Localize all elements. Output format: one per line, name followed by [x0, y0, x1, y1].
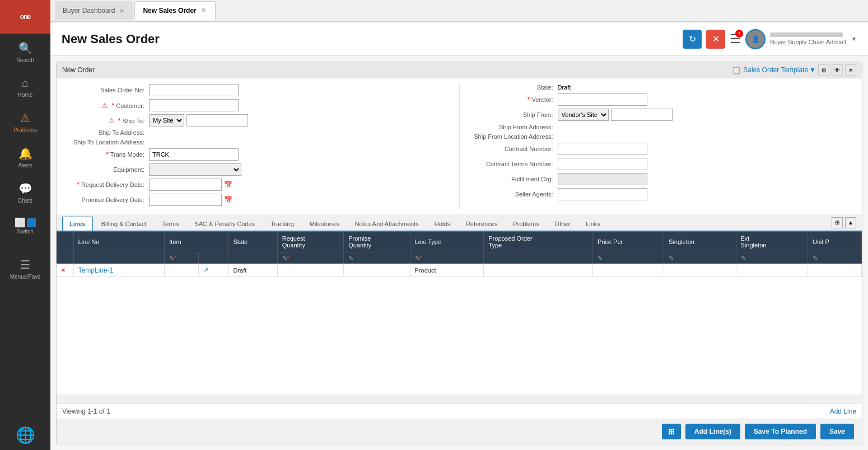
- customer-input[interactable]: [149, 99, 239, 111]
- ship-from-input[interactable]: [611, 109, 673, 121]
- save-button[interactable]: Save: [820, 424, 854, 439]
- field-row-ship-from: Ship From: Vendor's Site: [471, 109, 857, 121]
- col-header-actions: [57, 232, 73, 252]
- ship-to-input[interactable]: [186, 114, 248, 126]
- sidebar-label-search: Search: [16, 57, 34, 63]
- row-delete-cell[interactable]: ×: [57, 264, 73, 277]
- tab-collapse-btn[interactable]: ▲: [845, 217, 856, 228]
- user-avatar: 👤: [745, 29, 766, 49]
- sidebar-item-problems[interactable]: ⚠ Problems: [0, 104, 50, 139]
- tab-terms[interactable]: Terms: [155, 217, 186, 231]
- field-row-ship-from-location: Ship From Location Address:: [471, 133, 857, 140]
- top-header: New Sales Order ↻ ✕ ☰ 1 👤 Buyer Supply C…: [50, 22, 868, 56]
- vendor-input[interactable]: [558, 93, 647, 106]
- template-icon-btn1[interactable]: ⊞: [818, 64, 829, 76]
- tab-notes[interactable]: Notes And Attachments: [347, 217, 426, 231]
- sidebar-item-home[interactable]: ⌂ Home: [0, 69, 50, 104]
- ship-to-select[interactable]: My Site: [149, 114, 184, 126]
- sidebar-item-alerts[interactable]: 🔔 Alerts: [0, 139, 50, 174]
- fulfillment-org-input: [558, 173, 647, 185]
- row-price-per[interactable]: [592, 264, 664, 277]
- h-scrollbar-area[interactable]: [57, 395, 862, 404]
- order-tab-icons: ⊞ ▲: [832, 214, 856, 231]
- save-to-planned-button[interactable]: Save To Planned: [745, 424, 816, 439]
- grid-view-button[interactable]: ⊞: [662, 424, 681, 439]
- seller-agents-input[interactable]: [558, 188, 647, 200]
- grid-container: Line No Item State RequestQuantity Promi…: [57, 232, 862, 395]
- sidebar-label-problems: Problems: [13, 127, 37, 133]
- sidebar-item-switch[interactable]: ⬜ Switch: [0, 209, 50, 233]
- field-row-contract-number: Contract Number:: [471, 143, 857, 155]
- tab-holds[interactable]: Holds: [427, 217, 458, 231]
- request-delivery-input[interactable]: [149, 179, 222, 191]
- temp-line-link[interactable]: TempLine-1: [78, 266, 114, 274]
- request-delivery-calendar-btn[interactable]: 📅: [224, 181, 232, 189]
- row-ext-singleton[interactable]: [736, 264, 808, 277]
- tab-billing-contact[interactable]: Billing & Contact: [94, 217, 154, 231]
- app-logo[interactable]: one: [0, 0, 50, 34]
- template-icon-close[interactable]: ✕: [845, 64, 856, 76]
- field-row-equipment: Equipment:: [62, 163, 448, 176]
- ship-from-label: Ship From:: [471, 111, 558, 118]
- tab-expand-btn[interactable]: ⊞: [832, 217, 843, 228]
- tab-sac-penalty[interactable]: SAC & Penalty Codes: [187, 217, 262, 231]
- edit-cell-unit-p[interactable]: ✎: [808, 252, 861, 264]
- sidebar-item-menus[interactable]: ☰ Menus/Favs: [0, 250, 50, 285]
- field-row-ship-to-location: Ship To Location Address:: [62, 139, 448, 146]
- row-unit-p[interactable]: [808, 264, 861, 277]
- promise-delivery-calendar-btn[interactable]: 📅: [224, 196, 232, 204]
- tab-other[interactable]: Other: [548, 217, 578, 231]
- contract-number-input[interactable]: [558, 143, 647, 155]
- sidebar-item-chats[interactable]: 💬 Chats: [0, 174, 50, 209]
- promise-delivery-label: Promise Delivery Date:: [62, 196, 149, 203]
- tab-new-sales-order-close[interactable]: ✕: [200, 7, 207, 14]
- edit-cell-item[interactable]: ✎: [165, 252, 199, 264]
- sidebar-globe[interactable]: 🌐: [16, 426, 35, 444]
- edit-cell-line-type[interactable]: ✎: [410, 252, 484, 264]
- close-button[interactable]: ✕: [706, 30, 725, 49]
- tab-buyer-dashboard-close[interactable]: ✕: [118, 7, 125, 15]
- tab-lines[interactable]: Lines: [62, 217, 93, 231]
- row-promise-qty[interactable]: [344, 264, 410, 277]
- tab-new-sales-order[interactable]: New Sales Order ✕: [134, 1, 215, 20]
- col-header-price-per: Price Per: [592, 232, 664, 252]
- add-line-link[interactable]: Add Line: [830, 407, 856, 415]
- row-request-qty[interactable]: [277, 264, 343, 277]
- ship-from-address-label: Ship From Address:: [471, 124, 558, 130]
- tab-links[interactable]: Links: [578, 217, 608, 231]
- ship-from-select[interactable]: Vendor's Site: [558, 109, 609, 121]
- fulfillment-org-label: Fulfillment Org:: [471, 176, 558, 182]
- row-item[interactable]: [165, 264, 199, 277]
- sidebar-item-search[interactable]: 🔍 Search: [0, 34, 50, 69]
- tab-references[interactable]: References: [459, 217, 505, 231]
- template-button[interactable]: Sales Order Template ▼: [743, 66, 816, 74]
- trans-mode-input[interactable]: [149, 148, 239, 161]
- edit-cell-promise-qty[interactable]: ✎: [344, 252, 410, 264]
- contract-terms-input[interactable]: [558, 158, 647, 170]
- content-area: New Order 📋 Sales Order Template ▼ ⊞ 👁 ✕: [50, 56, 868, 450]
- edit-cell-singleton[interactable]: ✎: [664, 252, 736, 264]
- template-dropdown-icon: ▼: [809, 66, 816, 74]
- notification-badge[interactable]: ☰ 1: [730, 32, 741, 46]
- refresh-button[interactable]: ↻: [683, 30, 702, 49]
- row-item-extra[interactable]: ↗: [199, 264, 228, 277]
- template-icon-btn2[interactable]: 👁: [832, 64, 843, 76]
- user-dropdown-button[interactable]: ▼: [851, 36, 857, 42]
- problems-icon: ⚠: [20, 111, 30, 125]
- equipment-select[interactable]: [149, 163, 241, 176]
- tab-milestones[interactable]: Milestones: [302, 217, 347, 231]
- trans-mode-label: * Trans Mode:: [62, 151, 149, 158]
- add-lines-button[interactable]: Add Line(s): [685, 424, 740, 439]
- promise-delivery-input[interactable]: [149, 194, 222, 206]
- tab-buyer-dashboard[interactable]: Buyer Dashboard ✕: [55, 1, 133, 20]
- bottom-actions: ⊞ Add Line(s) Save To Planned Save: [57, 419, 862, 444]
- row-singleton[interactable]: [664, 264, 736, 277]
- col-header-line-no: Line No: [73, 232, 165, 252]
- tab-problems[interactable]: Problems: [506, 217, 546, 231]
- sales-order-no-input[interactable]: [149, 84, 239, 96]
- edit-cell-ext-singleton[interactable]: ✎: [736, 252, 808, 264]
- edit-cell-request-qty[interactable]: ✎: [277, 252, 343, 264]
- tab-tracking[interactable]: Tracking: [263, 217, 301, 231]
- row-delete-btn[interactable]: ×: [61, 266, 66, 274]
- edit-cell-price-per[interactable]: ✎: [592, 252, 664, 264]
